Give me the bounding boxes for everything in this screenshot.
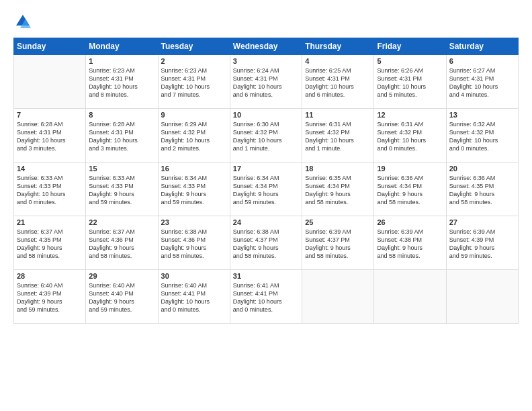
day-cell: 19Sunrise: 6:36 AMSunset: 4:34 PMDayligh…: [374, 163, 446, 216]
week-row-4: 21Sunrise: 6:37 AMSunset: 4:35 PMDayligh…: [14, 216, 519, 270]
day-info: Sunrise: 6:28 AMSunset: 4:31 PMDaylight:…: [17, 120, 83, 153]
day-cell: 27Sunrise: 6:39 AMSunset: 4:39 PMDayligh…: [446, 216, 518, 270]
day-number: 28: [17, 272, 83, 280]
day-cell: 21Sunrise: 6:37 AMSunset: 4:35 PMDayligh…: [14, 216, 86, 270]
weekday-header-sunday: Sunday: [14, 38, 86, 55]
day-info: Sunrise: 6:40 AMSunset: 4:39 PMDaylight:…: [17, 281, 83, 314]
day-number: 25: [305, 218, 371, 226]
day-info: Sunrise: 6:31 AMSunset: 4:32 PMDaylight:…: [305, 120, 371, 153]
day-number: 4: [305, 57, 371, 65]
logo-icon: [13, 12, 32, 31]
day-cell: 23Sunrise: 6:38 AMSunset: 4:36 PMDayligh…: [158, 216, 230, 270]
day-number: 5: [377, 57, 443, 65]
day-cell: 2Sunrise: 6:23 AMSunset: 4:31 PMDaylight…: [158, 55, 230, 109]
header: [13, 12, 519, 31]
day-cell: 28Sunrise: 6:40 AMSunset: 4:39 PMDayligh…: [14, 270, 86, 324]
weekday-header-row: SundayMondayTuesdayWednesdayThursdayFrid…: [14, 38, 519, 55]
day-cell: 9Sunrise: 6:29 AMSunset: 4:32 PMDaylight…: [158, 109, 230, 163]
day-info: Sunrise: 6:34 AMSunset: 4:33 PMDaylight:…: [161, 174, 227, 207]
day-cell: 8Sunrise: 6:28 AMSunset: 4:31 PMDaylight…: [86, 109, 158, 163]
page: SundayMondayTuesdayWednesdayThursdayFrid…: [0, 0, 532, 411]
day-info: Sunrise: 6:38 AMSunset: 4:36 PMDaylight:…: [161, 228, 227, 261]
day-info: Sunrise: 6:23 AMSunset: 4:31 PMDaylight:…: [161, 66, 227, 99]
day-number: 18: [305, 165, 371, 173]
day-cell: [446, 270, 518, 324]
day-cell: 26Sunrise: 6:39 AMSunset: 4:38 PMDayligh…: [374, 216, 446, 270]
day-info: Sunrise: 6:27 AMSunset: 4:31 PMDaylight:…: [449, 66, 515, 99]
day-info: Sunrise: 6:29 AMSunset: 4:32 PMDaylight:…: [161, 120, 227, 153]
day-info: Sunrise: 6:33 AMSunset: 4:33 PMDaylight:…: [17, 174, 83, 207]
day-info: Sunrise: 6:41 AMSunset: 4:41 PMDaylight:…: [233, 281, 299, 314]
day-cell: 5Sunrise: 6:26 AMSunset: 4:31 PMDaylight…: [374, 55, 446, 109]
day-number: 15: [89, 165, 154, 173]
week-row-1: 1Sunrise: 6:23 AMSunset: 4:31 PMDaylight…: [14, 55, 519, 109]
day-number: 21: [17, 218, 83, 226]
day-cell: 6Sunrise: 6:27 AMSunset: 4:31 PMDaylight…: [446, 55, 518, 109]
day-number: 13: [449, 111, 515, 119]
day-info: Sunrise: 6:40 AMSunset: 4:41 PMDaylight:…: [161, 281, 227, 314]
day-number: 22: [89, 218, 154, 226]
day-info: Sunrise: 6:37 AMSunset: 4:35 PMDaylight:…: [17, 228, 83, 261]
day-number: 23: [161, 218, 227, 226]
weekday-header-thursday: Thursday: [302, 38, 374, 55]
day-info: Sunrise: 6:23 AMSunset: 4:31 PMDaylight:…: [89, 66, 154, 99]
logo: [13, 12, 35, 31]
day-cell: 7Sunrise: 6:28 AMSunset: 4:31 PMDaylight…: [14, 109, 86, 163]
day-number: 3: [233, 57, 299, 65]
day-cell: 17Sunrise: 6:34 AMSunset: 4:34 PMDayligh…: [230, 163, 302, 216]
day-info: Sunrise: 6:34 AMSunset: 4:34 PMDaylight:…: [233, 174, 299, 207]
day-cell: 16Sunrise: 6:34 AMSunset: 4:33 PMDayligh…: [158, 163, 230, 216]
day-cell: 22Sunrise: 6:37 AMSunset: 4:36 PMDayligh…: [86, 216, 158, 270]
day-info: Sunrise: 6:26 AMSunset: 4:31 PMDaylight:…: [377, 66, 443, 99]
day-cell: 12Sunrise: 6:31 AMSunset: 4:32 PMDayligh…: [374, 109, 446, 163]
week-row-3: 14Sunrise: 6:33 AMSunset: 4:33 PMDayligh…: [14, 163, 519, 216]
day-cell: 20Sunrise: 6:36 AMSunset: 4:35 PMDayligh…: [446, 163, 518, 216]
day-number: 24: [233, 218, 299, 226]
day-info: Sunrise: 6:39 AMSunset: 4:38 PMDaylight:…: [377, 228, 443, 261]
day-info: Sunrise: 6:38 AMSunset: 4:37 PMDaylight:…: [233, 228, 299, 261]
day-info: Sunrise: 6:36 AMSunset: 4:35 PMDaylight:…: [449, 174, 515, 207]
day-number: 7: [17, 111, 83, 119]
day-number: 26: [377, 218, 443, 226]
day-number: 30: [161, 272, 227, 280]
day-cell: [374, 270, 446, 324]
day-cell: 4Sunrise: 6:25 AMSunset: 4:31 PMDaylight…: [302, 55, 374, 109]
day-cell: 1Sunrise: 6:23 AMSunset: 4:31 PMDaylight…: [86, 55, 158, 109]
day-number: 1: [89, 57, 154, 65]
day-info: Sunrise: 6:31 AMSunset: 4:32 PMDaylight:…: [377, 120, 443, 153]
day-info: Sunrise: 6:24 AMSunset: 4:31 PMDaylight:…: [233, 66, 299, 99]
day-number: 9: [161, 111, 227, 119]
day-info: Sunrise: 6:35 AMSunset: 4:34 PMDaylight:…: [305, 174, 371, 207]
day-cell: [302, 270, 374, 324]
day-number: 10: [233, 111, 299, 119]
day-info: Sunrise: 6:30 AMSunset: 4:32 PMDaylight:…: [233, 120, 299, 153]
day-cell: 24Sunrise: 6:38 AMSunset: 4:37 PMDayligh…: [230, 216, 302, 270]
day-info: Sunrise: 6:28 AMSunset: 4:31 PMDaylight:…: [89, 120, 154, 153]
week-row-2: 7Sunrise: 6:28 AMSunset: 4:31 PMDaylight…: [14, 109, 519, 163]
day-info: Sunrise: 6:39 AMSunset: 4:37 PMDaylight:…: [305, 228, 371, 261]
weekday-header-tuesday: Tuesday: [158, 38, 230, 55]
day-cell: 14Sunrise: 6:33 AMSunset: 4:33 PMDayligh…: [14, 163, 86, 216]
day-info: Sunrise: 6:25 AMSunset: 4:31 PMDaylight:…: [305, 66, 371, 99]
day-cell: 29Sunrise: 6:40 AMSunset: 4:40 PMDayligh…: [86, 270, 158, 324]
day-cell: 18Sunrise: 6:35 AMSunset: 4:34 PMDayligh…: [302, 163, 374, 216]
day-number: 17: [233, 165, 299, 173]
weekday-header-saturday: Saturday: [446, 38, 518, 55]
day-cell: 13Sunrise: 6:32 AMSunset: 4:32 PMDayligh…: [446, 109, 518, 163]
day-number: 2: [161, 57, 227, 65]
day-cell: 11Sunrise: 6:31 AMSunset: 4:32 PMDayligh…: [302, 109, 374, 163]
day-info: Sunrise: 6:36 AMSunset: 4:34 PMDaylight:…: [377, 174, 443, 207]
day-number: 27: [449, 218, 515, 226]
day-cell: [14, 55, 86, 109]
day-cell: 15Sunrise: 6:33 AMSunset: 4:33 PMDayligh…: [86, 163, 158, 216]
day-number: 20: [449, 165, 515, 173]
weekday-header-monday: Monday: [86, 38, 158, 55]
day-number: 29: [89, 272, 154, 280]
calendar: SundayMondayTuesdayWednesdayThursdayFrid…: [13, 38, 519, 324]
day-number: 31: [233, 272, 299, 280]
day-cell: 3Sunrise: 6:24 AMSunset: 4:31 PMDaylight…: [230, 55, 302, 109]
day-number: 19: [377, 165, 443, 173]
day-number: 6: [449, 57, 515, 65]
day-number: 12: [377, 111, 443, 119]
day-info: Sunrise: 6:32 AMSunset: 4:32 PMDaylight:…: [449, 120, 515, 153]
